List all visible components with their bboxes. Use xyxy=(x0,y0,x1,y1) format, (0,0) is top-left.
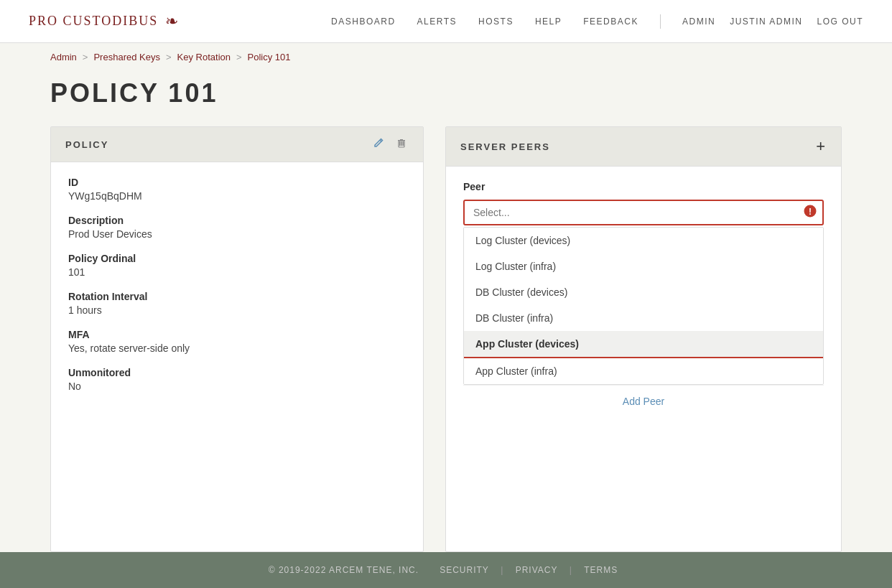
add-peer-header-button[interactable]: + xyxy=(814,136,827,157)
svg-rect-0 xyxy=(399,141,401,146)
dropdown-item-log-cluster-devices[interactable]: Log Cluster (devices) xyxy=(464,228,823,253)
plus-icon: + xyxy=(816,137,825,156)
footer-privacy[interactable]: PRIVACY xyxy=(516,565,558,575)
breadcrumb-key-rotation[interactable]: Key Rotation xyxy=(177,52,231,62)
policy-card: POLICY xyxy=(50,126,424,552)
field-mfa-label: MFA xyxy=(68,329,406,340)
field-id-value: YWg15qBqDHM xyxy=(68,190,406,202)
peer-select-label: Peer xyxy=(463,181,824,192)
policy-card-header: POLICY xyxy=(51,127,423,162)
main-nav: DASHBOARD ALERTS HOSTS HELP FEEDBACK ADM… xyxy=(331,14,863,29)
breadcrumb: Admin > Preshared Keys > Key Rotation > … xyxy=(0,43,892,71)
field-ordinal-label: Policy Ordinal xyxy=(68,253,406,264)
page-title: POLICY 101 xyxy=(50,78,842,108)
svg-text:!: ! xyxy=(809,207,812,217)
field-mfa: MFA Yes, rotate server-side only xyxy=(68,329,406,354)
field-rotation-interval: Rotation Interval 1 hours xyxy=(68,291,406,316)
peers-card: SERVER PEERS + Peer ! Log Cluster (devic… xyxy=(445,126,842,552)
field-description: Description Prod User Devices xyxy=(68,215,406,240)
field-description-label: Description xyxy=(68,215,406,226)
breadcrumb-sep-3: > xyxy=(236,52,242,62)
nav-dashboard[interactable]: DASHBOARD xyxy=(331,17,396,27)
footer: © 2019-2022 ARCEM TENE, INC. SECURITY | … xyxy=(0,552,892,588)
edit-policy-button[interactable] xyxy=(371,136,386,153)
logo-icon: ❧ xyxy=(165,12,178,31)
trash-icon xyxy=(396,137,407,151)
dropdown-item-db-cluster-devices[interactable]: DB Cluster (devices) xyxy=(464,279,823,305)
peer-select-input[interactable] xyxy=(463,200,824,225)
policy-card-title: POLICY xyxy=(65,139,108,150)
alert-icon: ! xyxy=(804,205,817,220)
dropdown-item-app-cluster-devices[interactable]: App Cluster (devices) xyxy=(464,331,823,358)
peers-card-title: SERVER PEERS xyxy=(460,141,550,152)
svg-rect-1 xyxy=(401,141,402,146)
peer-select-wrapper: ! xyxy=(463,200,824,225)
peers-card-header: SERVER PEERS + xyxy=(446,127,841,167)
add-peer-link[interactable]: Add Peer xyxy=(463,385,824,417)
nav-feedback[interactable]: FEEDBACK xyxy=(583,17,638,27)
field-rotation-label: Rotation Interval xyxy=(68,291,406,302)
field-ordinal: Policy Ordinal 101 xyxy=(68,253,406,278)
field-id-label: ID xyxy=(68,177,406,188)
field-ordinal-value: 101 xyxy=(68,266,406,278)
policy-card-actions xyxy=(371,136,409,153)
nav-justin-admin[interactable]: JUSTIN ADMIN xyxy=(730,17,802,27)
peers-body: Peer ! Log Cluster (devices) Log Cluster… xyxy=(446,167,841,431)
dropdown-item-db-cluster-infra[interactable]: DB Cluster (infra) xyxy=(464,305,823,331)
footer-terms[interactable]: TERMS xyxy=(584,565,618,575)
nav-help[interactable]: HELP xyxy=(535,17,562,27)
footer-security[interactable]: SECURITY xyxy=(440,565,489,575)
breadcrumb-preshared-keys[interactable]: Preshared Keys xyxy=(93,52,160,62)
nav-separator xyxy=(660,14,661,29)
nav-alerts[interactable]: ALERTS xyxy=(417,17,457,27)
field-id: ID YWg15qBqDHM xyxy=(68,177,406,202)
breadcrumb-sep-1: > xyxy=(83,52,88,62)
svg-rect-2 xyxy=(403,141,404,146)
main-content: POLICY xyxy=(0,126,892,552)
breadcrumb-sep-2: > xyxy=(166,52,172,62)
breadcrumb-admin[interactable]: Admin xyxy=(50,52,77,62)
nav-admin[interactable]: ADMIN xyxy=(682,17,715,27)
page-title-container: POLICY 101 xyxy=(0,71,892,126)
field-unmonitored-value: No xyxy=(68,381,406,392)
field-mfa-value: Yes, rotate server-side only xyxy=(68,342,406,354)
dropdown-item-app-cluster-infra[interactable]: App Cluster (infra) xyxy=(464,358,823,384)
peer-dropdown-list: Log Cluster (devices) Log Cluster (infra… xyxy=(463,227,824,385)
dropdown-item-log-cluster-infra[interactable]: Log Cluster (infra) xyxy=(464,253,823,279)
policy-body: ID YWg15qBqDHM Description Prod User Dev… xyxy=(51,162,423,419)
delete-policy-button[interactable] xyxy=(394,136,409,153)
nav-logout[interactable]: LOG OUT xyxy=(817,17,863,27)
logo-text: PRO CUSTODIBUS xyxy=(29,14,158,29)
logo: PRO CUSTODIBUS ❧ xyxy=(29,12,178,31)
header: PRO CUSTODIBUS ❧ DASHBOARD ALERTS HOSTS … xyxy=(0,0,892,43)
field-unmonitored: Unmonitored No xyxy=(68,367,406,392)
nav-hosts[interactable]: HOSTS xyxy=(478,17,514,27)
breadcrumb-current: Policy 101 xyxy=(248,52,291,62)
footer-copyright: © 2019-2022 ARCEM TENE, INC. xyxy=(269,565,419,575)
user-nav: ADMIN JUSTIN ADMIN LOG OUT xyxy=(682,17,863,27)
field-description-value: Prod User Devices xyxy=(68,228,406,240)
field-unmonitored-label: Unmonitored xyxy=(68,367,406,378)
field-rotation-value: 1 hours xyxy=(68,304,406,316)
edit-icon xyxy=(373,137,384,151)
